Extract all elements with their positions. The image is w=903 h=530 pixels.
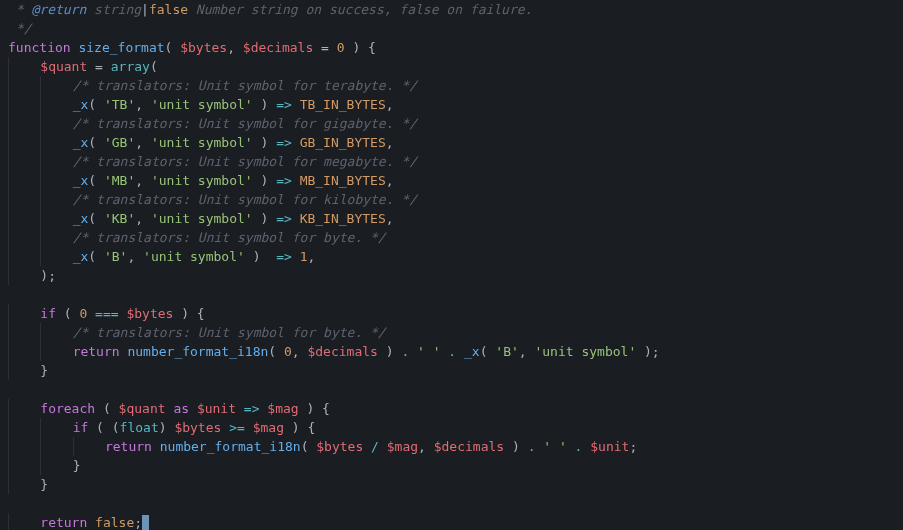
token-var: $mag xyxy=(253,420,284,435)
code-line[interactable]: /* translators: Unit symbol for byte. */ xyxy=(8,323,895,342)
token-number: 0 xyxy=(337,40,345,55)
token-keyword: foreach xyxy=(40,401,95,416)
code-line[interactable]: if ( 0 === $bytes ) { xyxy=(8,304,895,323)
token-punct: , xyxy=(135,97,151,112)
code-editor[interactable]: * @return string|false Number string on … xyxy=(0,0,903,530)
token-string: ' ' xyxy=(543,439,566,454)
code-line[interactable]: return number_format_i18n( $bytes / $mag… xyxy=(8,437,895,456)
indent-guide xyxy=(8,152,40,171)
code-line[interactable]: */ xyxy=(8,19,895,38)
indent-guide xyxy=(8,57,40,76)
code-line[interactable]: * @return string|false Number string on … xyxy=(8,0,895,19)
indent-guide xyxy=(40,247,72,266)
indent-guide xyxy=(8,513,40,530)
indent-guide xyxy=(40,152,72,171)
code-line[interactable]: _x( 'B', 'unit symbol' ) => 1, xyxy=(8,247,895,266)
indent-guide xyxy=(8,247,40,266)
token-const: TB_IN_BYTES xyxy=(300,97,386,112)
token-punct: , xyxy=(386,173,394,188)
token-string: 'GB' xyxy=(104,135,135,150)
token-punct: ( ( xyxy=(88,420,119,435)
token-const: false xyxy=(95,515,134,530)
indent-guide xyxy=(40,323,72,342)
indent-guide xyxy=(8,304,40,323)
code-line[interactable]: /* translators: Unit symbol for byte. */ xyxy=(8,228,895,247)
indent-guide xyxy=(8,76,40,95)
indent-guide xyxy=(40,76,72,95)
token-plain xyxy=(292,249,300,264)
token-string: 'B' xyxy=(495,344,518,359)
token-punct: , xyxy=(418,439,434,454)
token-plain xyxy=(363,439,371,454)
indent-guide xyxy=(8,342,40,361)
token-string: 'unit symbol' xyxy=(151,173,253,188)
token-op: / xyxy=(371,439,379,454)
code-line[interactable]: foreach ( $quant as $unit => $mag ) { xyxy=(8,399,895,418)
code-line[interactable]: return false; xyxy=(8,513,895,530)
token-punct: ) xyxy=(504,439,527,454)
code-line[interactable]: /* translators: Unit symbol for kilobyte… xyxy=(8,190,895,209)
code-line[interactable] xyxy=(8,380,895,399)
code-line[interactable]: ); xyxy=(8,266,895,285)
token-var: $quant xyxy=(40,59,87,74)
token-plain xyxy=(409,344,417,359)
token-punct: ; xyxy=(629,439,637,454)
code-line[interactable]: _x( 'GB', 'unit symbol' ) => GB_IN_BYTES… xyxy=(8,133,895,152)
token-comment: /* translators: Unit symbol for gigabyte… xyxy=(73,116,417,131)
token-var: $mag xyxy=(387,439,418,454)
code-line[interactable]: } xyxy=(8,361,895,380)
token-string: 'unit symbol' xyxy=(151,97,253,112)
token-punct: ; xyxy=(134,515,142,530)
token-comment: * xyxy=(8,2,31,17)
token-punct: ) xyxy=(253,173,276,188)
token-punct: , xyxy=(292,344,308,359)
token-punct: ) { xyxy=(284,420,315,435)
token-keyword: function xyxy=(8,40,71,55)
indent-guide xyxy=(8,209,40,228)
token-const: GB_IN_BYTES xyxy=(300,135,386,150)
token-comment: */ xyxy=(8,21,31,36)
token-keyword: if xyxy=(40,306,56,321)
code-line[interactable] xyxy=(8,285,895,304)
token-punct: ( xyxy=(268,344,284,359)
code-line[interactable]: _x( 'MB', 'unit symbol' ) => MB_IN_BYTES… xyxy=(8,171,895,190)
code-line[interactable]: if ( (float) $bytes >= $mag ) { xyxy=(8,418,895,437)
indent-guide xyxy=(40,342,72,361)
token-punct: , xyxy=(307,249,315,264)
token-punct: ( xyxy=(88,135,104,150)
token-keyword: as xyxy=(173,401,189,416)
token-op: => xyxy=(276,249,292,264)
token-punct: ); xyxy=(636,344,659,359)
code-line[interactable]: _x( 'TB', 'unit symbol' ) => TB_IN_BYTES… xyxy=(8,95,895,114)
code-line[interactable]: $quant = array( xyxy=(8,57,895,76)
code-line[interactable]: /* translators: Unit symbol for terabyte… xyxy=(8,76,895,95)
token-plain xyxy=(292,211,300,226)
indent-guide xyxy=(40,456,72,475)
token-keyword: return xyxy=(73,344,120,359)
token-punct: ( xyxy=(150,59,158,74)
indent-guide xyxy=(40,95,72,114)
token-punct: } xyxy=(40,363,48,378)
token-func: size_format xyxy=(78,40,164,55)
code-line[interactable]: } xyxy=(8,456,895,475)
token-punct: | xyxy=(141,2,149,17)
token-punct: , xyxy=(227,40,243,55)
code-line[interactable]: } xyxy=(8,475,895,494)
code-line[interactable]: _x( 'KB', 'unit symbol' ) => KB_IN_BYTES… xyxy=(8,209,895,228)
token-func: _x xyxy=(73,135,89,150)
code-line[interactable]: function size_format( $bytes, $decimals … xyxy=(8,38,895,57)
token-punct: ( xyxy=(301,439,317,454)
code-line[interactable] xyxy=(8,494,895,513)
code-line[interactable]: /* translators: Unit symbol for megabyte… xyxy=(8,152,895,171)
code-line[interactable]: /* translators: Unit symbol for gigabyte… xyxy=(8,114,895,133)
token-func: _x xyxy=(73,97,89,112)
token-string: ' ' xyxy=(417,344,440,359)
token-var: $decimals xyxy=(243,40,313,55)
token-func: number_format_i18n xyxy=(160,439,301,454)
token-string: 'unit symbol' xyxy=(143,249,245,264)
indent-guide xyxy=(40,437,72,456)
token-plain xyxy=(245,420,253,435)
token-var: $bytes xyxy=(316,439,363,454)
token-string: 'B' xyxy=(104,249,127,264)
code-line[interactable]: return number_format_i18n( 0, $decimals … xyxy=(8,342,895,361)
